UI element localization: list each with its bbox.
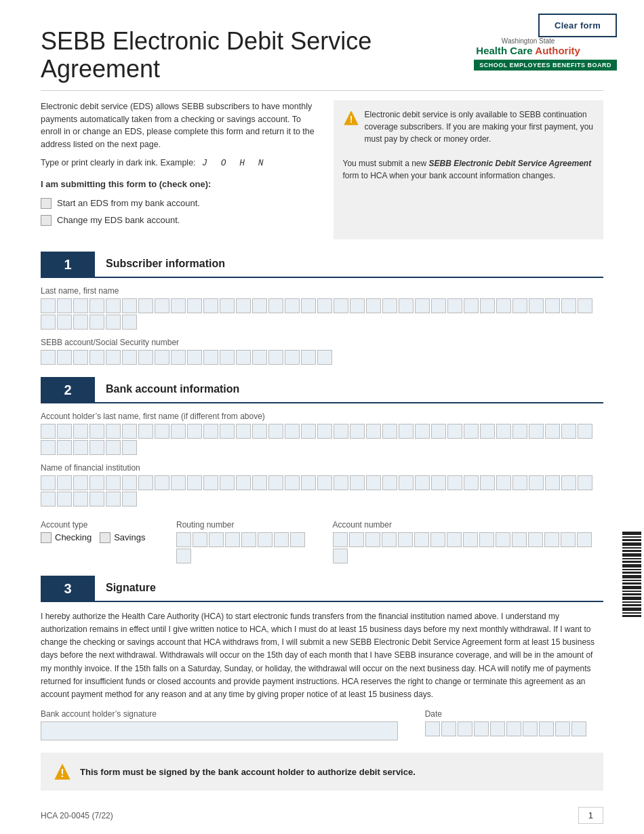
char-cell[interactable] — [138, 350, 153, 365]
char-cell[interactable] — [187, 350, 202, 365]
char-cell[interactable] — [544, 532, 559, 547]
acct-holder-grid[interactable] — [41, 424, 603, 455]
char-cell[interactable] — [512, 298, 527, 313]
char-cell[interactable] — [464, 298, 479, 313]
char-cell[interactable] — [496, 424, 511, 439]
char-cell[interactable] — [317, 350, 332, 365]
char-cell[interactable] — [496, 298, 511, 313]
char-cell[interactable] — [220, 298, 235, 313]
char-cell[interactable] — [122, 492, 137, 507]
char-cell[interactable] — [399, 424, 414, 439]
char-cell[interactable] — [89, 475, 104, 490]
char-cell[interactable] — [138, 475, 153, 490]
char-cell[interactable] — [73, 298, 88, 313]
char-cell[interactable] — [425, 721, 440, 736]
checkbox-change-eds[interactable]: Change my EDS bank account. — [41, 214, 317, 227]
char-cell[interactable] — [236, 298, 251, 313]
char-cell[interactable] — [285, 298, 300, 313]
char-cell[interactable] — [382, 298, 397, 313]
char-cell[interactable] — [561, 424, 576, 439]
char-cell[interactable] — [578, 298, 592, 313]
char-cell[interactable] — [138, 424, 153, 439]
char-cell[interactable] — [290, 532, 305, 547]
routing-grid[interactable] — [176, 532, 319, 563]
char-cell[interactable] — [187, 424, 202, 439]
checking-option[interactable]: Checking — [41, 532, 92, 543]
char-cell[interactable] — [268, 475, 283, 490]
char-cell[interactable] — [122, 475, 137, 490]
char-cell[interactable] — [365, 532, 380, 547]
char-cell[interactable] — [268, 298, 283, 313]
char-cell[interactable] — [122, 440, 137, 455]
char-cell[interactable] — [41, 492, 56, 507]
char-cell[interactable] — [73, 350, 88, 365]
char-cell[interactable] — [577, 532, 592, 547]
lastname-grid[interactable] — [41, 298, 603, 330]
char-cell[interactable] — [176, 549, 191, 563]
char-cell[interactable] — [236, 475, 251, 490]
char-cell[interactable] — [155, 424, 169, 439]
char-cell[interactable] — [398, 532, 413, 547]
char-cell[interactable] — [512, 475, 527, 490]
char-cell[interactable] — [89, 350, 104, 365]
date-grid[interactable] — [425, 721, 603, 736]
signature-input[interactable] — [41, 721, 398, 740]
char-cell[interactable] — [464, 424, 479, 439]
char-cell[interactable] — [41, 298, 56, 313]
char-cell[interactable] — [220, 424, 235, 439]
char-cell[interactable] — [415, 424, 430, 439]
char-cell[interactable] — [317, 475, 332, 490]
char-cell[interactable] — [431, 298, 446, 313]
char-cell[interactable] — [399, 298, 414, 313]
char-cell[interactable] — [57, 492, 72, 507]
char-cell[interactable] — [561, 298, 576, 313]
char-cell[interactable] — [41, 475, 56, 490]
char-cell[interactable] — [155, 298, 169, 313]
char-cell[interactable] — [225, 532, 240, 547]
char-cell[interactable] — [41, 315, 56, 330]
char-cell[interactable] — [512, 424, 527, 439]
char-cell[interactable] — [578, 424, 592, 439]
char-cell[interactable] — [506, 721, 521, 736]
char-cell[interactable] — [447, 424, 462, 439]
char-cell[interactable] — [187, 298, 202, 313]
char-cell[interactable] — [285, 350, 300, 365]
char-cell[interactable] — [106, 492, 121, 507]
char-cell[interactable] — [258, 532, 273, 547]
char-cell[interactable] — [73, 315, 88, 330]
savings-option[interactable]: Savings — [100, 532, 145, 543]
char-cell[interactable] — [122, 424, 137, 439]
checkbox-start-input[interactable] — [41, 198, 52, 209]
char-cell[interactable] — [333, 549, 348, 563]
char-cell[interactable] — [106, 315, 121, 330]
char-cell[interactable] — [252, 350, 267, 365]
char-cell[interactable] — [106, 424, 121, 439]
char-cell[interactable] — [236, 424, 251, 439]
char-cell[interactable] — [512, 532, 527, 547]
char-cell[interactable] — [155, 475, 169, 490]
char-cell[interactable] — [41, 424, 56, 439]
char-cell[interactable] — [122, 350, 137, 365]
char-cell[interactable] — [193, 532, 207, 547]
char-cell[interactable] — [268, 424, 283, 439]
char-cell[interactable] — [171, 298, 186, 313]
char-cell[interactable] — [333, 532, 348, 547]
char-cell[interactable] — [431, 475, 446, 490]
char-cell[interactable] — [301, 298, 316, 313]
char-cell[interactable] — [285, 475, 300, 490]
char-cell[interactable] — [41, 440, 56, 455]
char-cell[interactable] — [252, 298, 267, 313]
char-cell[interactable] — [545, 424, 560, 439]
char-cell[interactable] — [106, 350, 121, 365]
char-cell[interactable] — [523, 721, 538, 736]
char-cell[interactable] — [89, 424, 104, 439]
char-cell[interactable] — [171, 350, 186, 365]
char-cell[interactable] — [414, 532, 429, 547]
char-cell[interactable] — [458, 721, 472, 736]
char-cell[interactable] — [106, 475, 121, 490]
char-cell[interactable] — [447, 532, 462, 547]
char-cell[interactable] — [301, 424, 316, 439]
char-cell[interactable] — [578, 475, 592, 490]
char-cell[interactable] — [301, 475, 316, 490]
char-cell[interactable] — [203, 298, 218, 313]
